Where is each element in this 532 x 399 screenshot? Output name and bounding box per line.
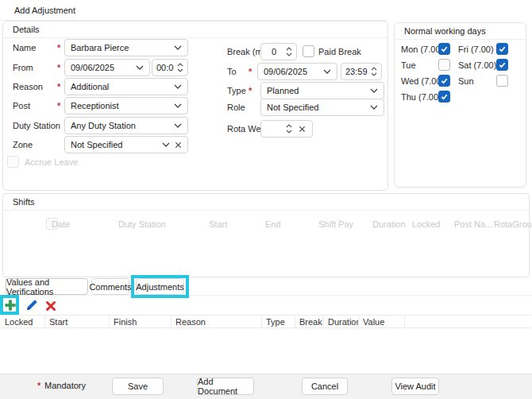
day-thu-checkbox[interactable] bbox=[438, 91, 450, 103]
shifts-column-locked: Locked bbox=[412, 219, 440, 229]
view-audit-button[interactable]: View Audit bbox=[391, 378, 439, 395]
spinner-up-down-icon[interactable] bbox=[286, 124, 292, 134]
edit-adjustment-button[interactable] bbox=[24, 297, 39, 312]
name-required-marker: * bbox=[57, 43, 60, 52]
day-sun-checkbox[interactable] bbox=[496, 75, 508, 87]
chevron-down-icon bbox=[174, 103, 182, 108]
view-audit-button-label: View Audit bbox=[395, 382, 435, 391]
type-value: Planned bbox=[267, 86, 365, 95]
clear-icon[interactable] bbox=[299, 126, 306, 133]
save-button[interactable]: Save bbox=[112, 378, 164, 395]
adjustments-column-value[interactable]: Value bbox=[359, 316, 405, 327]
post-required-marker: * bbox=[57, 101, 60, 110]
reason-dropdown[interactable]: Additional bbox=[64, 78, 188, 95]
adjustments-column-locked[interactable]: Locked bbox=[1, 316, 45, 327]
reason-required-marker: * bbox=[57, 82, 60, 91]
delete-adjustment-button[interactable] bbox=[43, 298, 58, 313]
name-dropdown[interactable]: Barbara Pierce bbox=[64, 39, 188, 56]
cancel-button-label: Cancel bbox=[311, 382, 338, 391]
chevron-down-icon bbox=[174, 123, 182, 128]
duty-station-dropdown[interactable]: Any Duty Station bbox=[64, 117, 188, 134]
chevron-down-icon bbox=[174, 45, 182, 50]
add-adjustment-dialog: Add Adjustment Details Name * Barbara Pi… bbox=[0, 0, 532, 399]
tab-values-and-verifications[interactable]: Values and Verifications bbox=[6, 278, 88, 295]
accrue-leave-checkbox bbox=[7, 156, 19, 168]
shifts-group-title: Shifts bbox=[3, 194, 529, 211]
break-mins-value: 0 bbox=[265, 47, 283, 56]
to-date-value: 09/06/2025 bbox=[264, 67, 318, 76]
day-mon-label: Mon (7.00) bbox=[401, 45, 443, 54]
add-document-button[interactable]: Add Document bbox=[197, 378, 254, 395]
accrue-leave-label: Accrue Leave bbox=[25, 157, 78, 167]
duty-station-value: Any Duty Station bbox=[71, 121, 169, 130]
spinner-up-down-icon[interactable] bbox=[177, 63, 183, 72]
from-date-dropdown[interactable]: 09/06/2025 bbox=[64, 59, 150, 76]
from-time-value: 00:00 bbox=[156, 63, 174, 72]
zone-label: Zone bbox=[13, 140, 33, 149]
to-time-spinner[interactable]: 23:59 bbox=[341, 63, 382, 80]
cancel-button[interactable]: Cancel bbox=[302, 378, 348, 395]
reason-value: Additional bbox=[71, 82, 169, 91]
mandatory-label: Mandatory bbox=[44, 381, 86, 390]
shifts-column-duty-station: Duty Station bbox=[118, 219, 166, 229]
shifts-column-shift-pay: Shift Pay bbox=[318, 219, 353, 229]
details-group-title: Details bbox=[3, 21, 387, 38]
from-date-value: 09/06/2025 bbox=[71, 63, 131, 72]
shifts-group: Shifts Date Duty Station Start End Shift… bbox=[2, 193, 530, 277]
from-required-marker: * bbox=[57, 63, 60, 72]
footer-bar: * Mandatory Save Add Document Cancel Vie… bbox=[0, 374, 532, 399]
day-sat-label: Sat (7.00) bbox=[458, 60, 496, 70]
to-date-dropdown[interactable]: 09/06/2025 bbox=[257, 63, 337, 80]
tab-label: Adjustments bbox=[136, 282, 184, 292]
working-days-group: Normal working days Mon (7.00) Fri (7.00… bbox=[394, 22, 526, 188]
day-tue-checkbox[interactable] bbox=[438, 59, 450, 71]
shifts-column-rotagroup: RotaGroup bbox=[494, 219, 532, 229]
spinner-up-down-icon[interactable] bbox=[371, 67, 377, 76]
adjustments-column-duration[interactable]: Duration bbox=[324, 316, 359, 327]
adjustments-column-type[interactable]: Type bbox=[262, 316, 295, 327]
chevron-down-icon bbox=[370, 88, 378, 93]
adjustments-column-start[interactable]: Start bbox=[45, 316, 110, 327]
chevron-down-icon bbox=[370, 105, 378, 110]
role-label: Role bbox=[227, 103, 245, 112]
adjustments-grid-header: Locked Start Finish Reason Type Break Du… bbox=[1, 315, 531, 328]
shifts-column-end: End bbox=[265, 219, 281, 229]
tab-adjustments[interactable]: Adjustments bbox=[136, 278, 184, 295]
to-required-marker: * bbox=[249, 67, 252, 76]
tab-comments[interactable]: Comments bbox=[91, 278, 129, 295]
pencil-icon bbox=[25, 299, 38, 312]
shifts-column-post-name: Post Na... bbox=[454, 219, 492, 229]
day-fri-checkbox[interactable] bbox=[496, 43, 508, 55]
day-mon-checkbox[interactable] bbox=[438, 43, 450, 55]
rota-week-spinner[interactable] bbox=[260, 120, 313, 138]
break-mins-spinner[interactable]: 0 bbox=[260, 43, 297, 60]
type-dropdown[interactable]: Planned bbox=[260, 82, 384, 99]
role-value: Not Specified bbox=[267, 103, 365, 112]
post-label: Post bbox=[13, 101, 30, 110]
spinner-up-down-icon[interactable] bbox=[286, 47, 292, 56]
day-tue-label: Tue bbox=[401, 60, 416, 70]
chevron-down-icon bbox=[323, 69, 331, 74]
adjustments-column-break[interactable]: Break bbox=[295, 316, 324, 327]
day-fri-label: Fri (7.00) bbox=[458, 45, 494, 54]
paid-break-checkbox[interactable] bbox=[303, 45, 314, 57]
clear-icon[interactable] bbox=[175, 141, 182, 149]
day-wed-checkbox[interactable] bbox=[438, 75, 450, 87]
post-dropdown[interactable]: Receptionist bbox=[64, 97, 188, 114]
zone-dropdown[interactable]: Not Specified bbox=[64, 136, 188, 153]
tab-label: Values and Verifications bbox=[6, 277, 87, 296]
adjustments-column-filler bbox=[405, 316, 531, 327]
chevron-down-icon bbox=[162, 142, 170, 147]
adjustments-column-reason[interactable]: Reason bbox=[172, 316, 262, 327]
duty-station-label: Duty Station bbox=[13, 121, 60, 130]
chevron-down-icon bbox=[136, 65, 144, 70]
adjustments-column-finish[interactable]: Finish bbox=[110, 316, 172, 327]
day-sat-checkbox[interactable] bbox=[496, 59, 508, 71]
from-label: From bbox=[13, 63, 33, 72]
add-adjustment-button[interactable] bbox=[2, 297, 17, 312]
to-time-value: 23:59 bbox=[345, 67, 368, 76]
from-time-spinner[interactable]: 00:00 bbox=[152, 59, 188, 76]
reason-label: Reason bbox=[13, 82, 43, 91]
name-label: Name bbox=[13, 43, 36, 52]
role-dropdown[interactable]: Not Specified bbox=[260, 99, 384, 116]
